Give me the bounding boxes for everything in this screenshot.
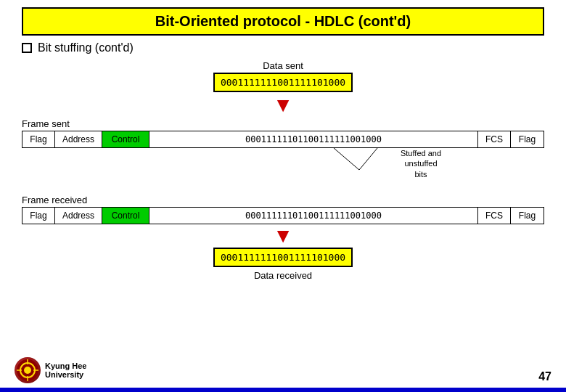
frame-sent-flag: Flag <box>22 131 55 147</box>
frame-received-row: Flag Address Control 0001111110110011111… <box>22 207 544 224</box>
frame-sent-row: Flag Address Control 0001111110110011111… <box>22 131 544 148</box>
frame-received-flag2: Flag <box>511 208 544 224</box>
title-bar: Bit-Oriented protocol - HDLC (cont'd) <box>22 7 544 36</box>
logo-text: Kyung Hee University <box>45 362 86 379</box>
svg-line-1 <box>359 148 377 170</box>
data-received-label: Data received <box>22 270 544 281</box>
frame-sent-data: 00011111101100111111001000 <box>149 131 478 147</box>
logo-svg <box>16 359 39 382</box>
subtitle: Bit stuffing (cont'd) <box>22 41 544 54</box>
svg-line-0 <box>334 148 359 170</box>
logo-line1: Kyung Hee <box>45 362 86 370</box>
logo-area: Kyung Hee University <box>15 357 86 383</box>
stuffed-annotation-area: Stuffed andunstuffedbits <box>22 148 544 192</box>
arrow-down-2: ▼ <box>22 226 544 246</box>
logo-line2: University <box>45 370 86 379</box>
diagram: Data sent 0001111111001111101000 ▼ Frame… <box>22 60 544 281</box>
data-received-bits: 0001111111001111101000 <box>213 248 353 267</box>
data-sent-container: 0001111111001111101000 <box>22 73 544 92</box>
frame-received-flag: Flag <box>22 208 55 224</box>
frame-received-data: 00011111101100111111001000 <box>149 208 478 224</box>
university-logo <box>15 357 41 383</box>
frame-received-control: Control <box>102 208 149 224</box>
data-sent-label: Data sent <box>22 60 544 71</box>
title-text: Bit-Oriented protocol - HDLC (cont'd) <box>155 13 411 29</box>
arrow-down-1: ▼ <box>22 95 544 115</box>
frame-sent-flag2: Flag <box>511 131 544 147</box>
frame-sent-control: Control <box>102 131 149 147</box>
frame-sent-address: Address <box>55 131 102 147</box>
subtitle-text: Bit stuffing (cont'd) <box>38 41 134 54</box>
frame-received-fcs: FCS <box>478 208 511 224</box>
page-number: 47 <box>538 370 551 383</box>
data-sent-bits: 0001111111001111101000 <box>213 73 353 92</box>
frame-sent-label: Frame sent <box>22 118 544 129</box>
frame-sent-fcs: FCS <box>478 131 511 147</box>
annotation-lines <box>22 148 544 192</box>
svg-point-4 <box>24 367 31 374</box>
data-received-container: 0001111111001111101000 <box>22 248 544 267</box>
bottom-bar <box>0 388 566 392</box>
bullet-icon <box>22 43 32 53</box>
frame-received-address: Address <box>55 208 102 224</box>
frame-received-label: Frame received <box>22 195 544 205</box>
